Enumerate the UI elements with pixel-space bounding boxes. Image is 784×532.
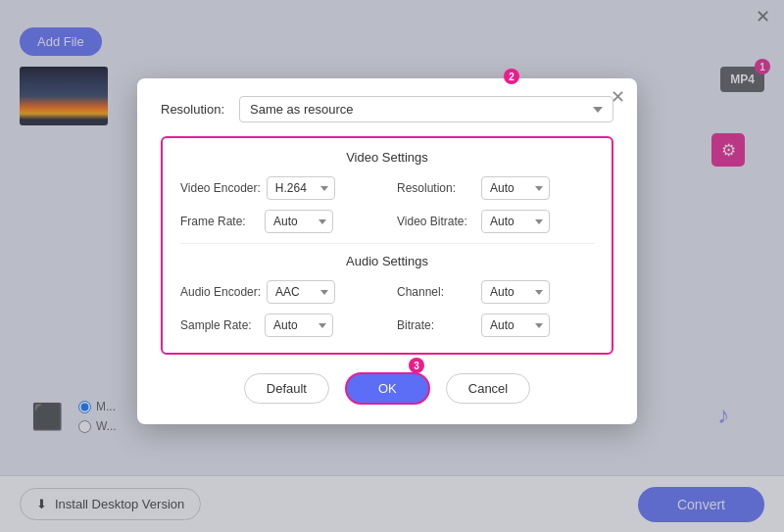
audio-encoder-select[interactable]: AAC	[267, 280, 335, 304]
sample-rate-select[interactable]: Auto	[265, 314, 333, 337]
settings-modal: ✕ Resolution: Same as resource 2 Video S…	[137, 78, 637, 424]
frame-rate-label: Frame Rate:	[180, 215, 259, 228]
audio-encoder-label: Audio Encoder:	[180, 285, 261, 299]
cancel-button[interactable]: Cancel	[446, 373, 530, 404]
audio-settings-grid: Audio Encoder: AAC Channel: Auto Sample …	[180, 280, 594, 337]
modal-buttons: Default OK Cancel	[161, 372, 613, 405]
video-encoder-select[interactable]: H.264	[267, 176, 335, 200]
video-bitrate-row: Video Bitrate: Auto	[397, 210, 594, 233]
ok-button-wrapper: OK	[345, 372, 430, 405]
badge-2-indicator: 2	[504, 69, 519, 84]
frame-rate-select[interactable]: Auto	[265, 210, 333, 233]
settings-divider	[180, 243, 594, 244]
channel-select[interactable]: Auto	[481, 280, 550, 304]
resolution-row-label: Resolution:	[161, 102, 229, 117]
sample-rate-row: Sample Rate: Auto	[180, 314, 377, 337]
video-settings-title: Video Settings	[180, 150, 594, 165]
frame-rate-row: Frame Rate: Auto	[180, 210, 377, 233]
video-resolution-row: Resolution: Auto	[397, 176, 594, 200]
sample-rate-label: Sample Rate:	[180, 318, 259, 332]
modal-close-button[interactable]: ✕	[611, 88, 625, 106]
audio-encoder-row: Audio Encoder: AAC	[180, 280, 377, 304]
default-button[interactable]: Default	[244, 373, 329, 404]
badge-3: 3	[409, 358, 424, 373]
video-encoder-row: Video Encoder: H.264	[180, 176, 377, 200]
resolution-row: Resolution: Same as resource 2	[161, 96, 613, 122]
video-resolution-label: Resolution:	[397, 181, 475, 195]
video-encoder-label: Video Encoder:	[180, 181, 261, 195]
channel-row: Channel: Auto	[397, 280, 594, 304]
audio-bitrate-label: Bitrate:	[397, 318, 475, 332]
video-bitrate-label: Video Bitrate:	[397, 215, 475, 228]
audio-bitrate-row: Bitrate: Auto	[397, 314, 594, 337]
audio-settings-title: Audio Settings	[180, 254, 594, 268]
channel-label: Channel:	[397, 285, 475, 299]
settings-panel: Video Settings Video Encoder: H.264 Reso…	[161, 136, 613, 355]
video-bitrate-select[interactable]: Auto	[481, 210, 550, 233]
audio-bitrate-select[interactable]: Auto	[481, 314, 550, 337]
video-settings-grid: Video Encoder: H.264 Resolution: Auto Fr…	[180, 176, 594, 233]
ok-button[interactable]: OK	[345, 372, 430, 405]
video-resolution-select[interactable]: Auto	[481, 176, 550, 200]
resolution-dropdown[interactable]: Same as resource	[239, 96, 613, 122]
